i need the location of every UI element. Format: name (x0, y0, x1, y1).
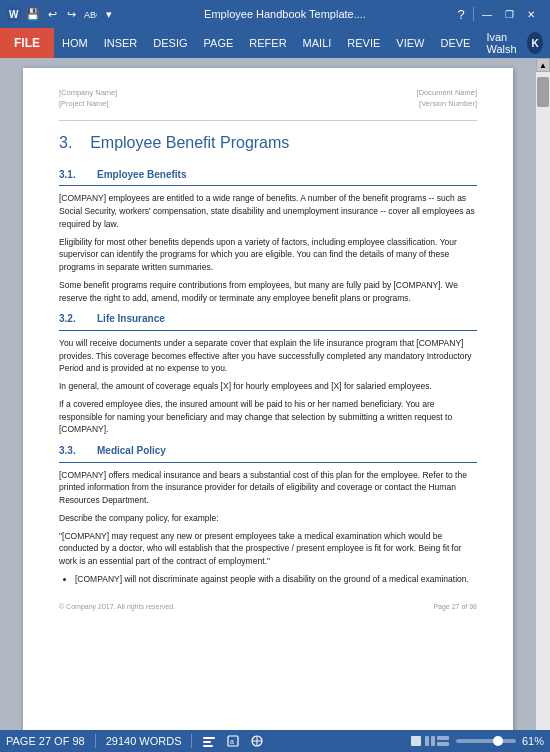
para-3-3-3: "[COMPANY] may request any new or presen… (59, 530, 477, 568)
word-count-text: 29140 WORDS (106, 735, 182, 747)
track-changes-icon (202, 734, 216, 748)
tab-references[interactable]: REFER (241, 28, 294, 58)
subsection-3-1-number: 3.1. (59, 168, 89, 183)
window-title: Employee Handbook Template.... (121, 8, 449, 20)
subsection-3-3-label: Medical Policy (97, 444, 166, 459)
svg-rect-5 (203, 745, 213, 747)
svg-rect-11 (411, 736, 421, 746)
title-bar: W 💾 ↩ ↪ ABC ▾ Employee Handbook Template… (0, 0, 550, 28)
tab-mailings[interactable]: MAILI (295, 28, 340, 58)
ribbon: FILE HOM INSER DESIG PAGE REFER MAILI RE… (0, 28, 550, 58)
view-icons (410, 734, 450, 748)
footer-page-number: Page 27 of 98 (433, 602, 477, 612)
para-3-1-1: [COMPANY] employees are entitled to a wi… (59, 192, 477, 230)
svg-rect-13 (431, 736, 435, 746)
svg-rect-14 (437, 736, 449, 740)
subsection-3-1-label: Employee Benefits (97, 168, 186, 183)
tab-review[interactable]: REVIE (339, 28, 388, 58)
svg-rect-4 (203, 741, 211, 743)
language-icon-wrap[interactable] (250, 734, 264, 748)
subsection-3-2-title: 3.2. Life Insurance (59, 312, 477, 331)
subsection-3-3-title: 3.3. Medical Policy (59, 444, 477, 463)
para-3-3-1: [COMPANY] offers medical insurance and b… (59, 469, 477, 507)
customize-icon[interactable]: ▾ (101, 6, 117, 22)
zoom-slider[interactable] (456, 739, 516, 743)
svg-rect-12 (425, 736, 429, 746)
page-info: PAGE 27 OF 98 (6, 735, 85, 747)
file-tab[interactable]: FILE (0, 28, 54, 58)
scroll-up-button[interactable]: ▲ (536, 58, 550, 72)
zoom-thumb[interactable] (493, 736, 503, 746)
bullet-list-3-3: [COMPANY] will not discriminate against … (75, 573, 477, 586)
user-info: Ivan Walsh K (478, 31, 550, 55)
tab-page[interactable]: PAGE (196, 28, 242, 58)
zoom-percent: 61% (522, 735, 544, 747)
document-page: [Company Name] [Project Name] [Document … (23, 68, 513, 730)
minimize-button[interactable]: — (478, 5, 496, 23)
para-3-1-2: Eligibility for most other benefits depe… (59, 236, 477, 274)
tab-home[interactable]: HOM (54, 28, 96, 58)
word-count: 29140 WORDS (106, 735, 182, 747)
svg-text:W: W (9, 9, 19, 20)
document-stats-icon-wrap[interactable]: a (226, 734, 240, 748)
tab-developer[interactable]: DEVE (432, 28, 478, 58)
help-icon[interactable]: ? (453, 6, 469, 22)
status-sep-1 (95, 734, 96, 748)
vertical-scrollbar[interactable]: ▲ (536, 58, 550, 730)
document-stats-icon: a (226, 734, 240, 748)
doc-header-left: [Company Name] [Project Name] (59, 88, 117, 110)
document-name-placeholder: [Document Name] (417, 88, 477, 99)
svg-rect-3 (203, 737, 215, 739)
language-icon (250, 734, 264, 748)
subsection-3-1-title: 3.1. Employee Benefits (59, 168, 477, 187)
version-number-placeholder: [Version Number] (417, 99, 477, 110)
restore-button[interactable]: ❐ (500, 5, 518, 23)
subsection-3-3-number: 3.3. (59, 444, 89, 459)
user-avatar[interactable]: K (527, 32, 542, 54)
undo-icon[interactable]: ↩ (44, 6, 60, 22)
status-sep-2 (191, 734, 192, 748)
document-area: [Company Name] [Project Name] [Document … (0, 58, 550, 730)
section-number: 3. (59, 134, 72, 151)
para-3-3-2: Describe the company policy, for example… (59, 512, 477, 525)
tab-view[interactable]: VIEW (388, 28, 432, 58)
svg-text:a: a (230, 738, 234, 745)
save-icon[interactable]: 💾 (25, 6, 41, 22)
para-3-2-1: You will receive documents under a separ… (59, 337, 477, 375)
status-right: 61% (410, 734, 544, 748)
tab-insert[interactable]: INSER (96, 28, 146, 58)
svg-text:ABC: ABC (84, 10, 97, 20)
tab-design[interactable]: DESIG (145, 28, 195, 58)
word-logo-icon: W (6, 6, 22, 22)
doc-footer: © Company 2017. All rights reserved. Pag… (59, 598, 477, 612)
section-title-text: Employee Benefit Programs (90, 134, 289, 151)
bullet-item-3-3-1: [COMPANY] will not discriminate against … (75, 573, 477, 586)
track-changes-icon-wrap[interactable] (202, 734, 216, 748)
title-bar-icons: W 💾 ↩ ↪ ABC ▾ (6, 6, 117, 22)
para-3-2-3: If a covered employee dies, the insured … (59, 398, 477, 436)
page-count: PAGE 27 OF 98 (6, 735, 85, 747)
subsection-3-2-label: Life Insurance (97, 312, 165, 327)
svg-rect-15 (437, 742, 449, 746)
spellcheck-icon[interactable]: ABC (82, 6, 98, 22)
layout-view-icons (410, 734, 450, 748)
redo-icon[interactable]: ↪ (63, 6, 79, 22)
ribbon-tabs: HOM INSER DESIG PAGE REFER MAILI REVIE V… (54, 28, 478, 58)
para-3-1-3: Some benefit programs require contributi… (59, 279, 477, 305)
user-name: Ivan Walsh (486, 31, 523, 55)
status-bar: PAGE 27 OF 98 29140 WORDS a 61% (0, 730, 550, 752)
close-button[interactable]: ✕ (522, 5, 540, 23)
project-name-placeholder: [Project Name] (59, 99, 117, 110)
main-section-title: 3. Employee Benefit Programs (59, 131, 477, 158)
company-name-placeholder: [Company Name] (59, 88, 117, 99)
doc-header: [Company Name] [Project Name] [Document … (59, 88, 477, 110)
subsection-3-2-number: 3.2. (59, 312, 89, 327)
para-3-2-2: In general, the amount of coverage equal… (59, 380, 477, 393)
footer-copyright: © Company 2017. All rights reserved. (59, 602, 175, 612)
doc-header-right: [Document Name] [Version Number] (417, 88, 477, 110)
scroll-thumb[interactable] (537, 77, 549, 107)
